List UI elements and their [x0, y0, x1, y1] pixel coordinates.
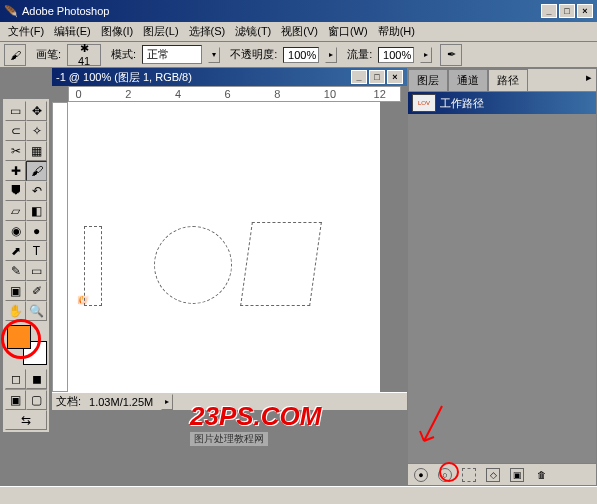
dodge-tool[interactable]: ●	[26, 221, 47, 241]
path-outline	[240, 222, 322, 306]
doc-size-label: 文档:	[56, 394, 81, 409]
canvas-artwork: LOV	[78, 212, 83, 327]
eraser-tool[interactable]: ▱	[5, 201, 26, 221]
airbrush-icon[interactable]: ✒	[440, 44, 462, 66]
options-bar: 🖌 画笔: ✱41 模式: 正常 ▾ 不透明度: 100% ▸ 流量: 100%…	[0, 42, 597, 68]
heal-tool[interactable]: ✚	[5, 161, 26, 181]
stamp-tool[interactable]: ⛊	[5, 181, 26, 201]
tab-channels[interactable]: 通道	[448, 69, 488, 91]
panels: 图层 通道 路径 ▸ LOV 工作路径 ● ○ ◇ ▣ 🗑	[407, 68, 597, 486]
lasso-tool[interactable]: ⊂	[5, 121, 26, 141]
status-menu-arrow[interactable]: ▸	[161, 394, 173, 410]
canvas[interactable]: LOV	[68, 102, 380, 392]
delete-path-icon[interactable]: 🗑	[534, 468, 548, 482]
menu-edit[interactable]: 编辑(E)	[50, 22, 95, 41]
app-status-bar	[0, 486, 597, 504]
toolbox: ▭✥ ⊂✧ ✂▦ ✚🖌 ⛊↶ ▱◧ ◉● ⬈T ✎▭ ▣✐ ✋🔍 ◻◼ ▣▢ ⇆	[2, 98, 50, 433]
color-swatches[interactable]	[7, 325, 47, 365]
tab-layers[interactable]: 图层	[408, 69, 448, 91]
mode-arrow-icon[interactable]: ▾	[208, 47, 220, 63]
crop-tool[interactable]: ✂	[5, 141, 26, 161]
eyedropper-tool[interactable]: ✐	[26, 281, 47, 301]
document-area: -1 @ 100% (图层 1, RGB/8) _ □ × 024681012 …	[0, 68, 407, 486]
mode-label: 模式:	[111, 47, 136, 62]
blur-tool[interactable]: ◉	[5, 221, 26, 241]
current-tool-icon[interactable]: 🖌	[4, 44, 26, 66]
path-item-work[interactable]: LOV 工作路径	[408, 92, 596, 114]
jump-to-imageready[interactable]: ⇆	[5, 410, 47, 430]
wand-tool[interactable]: ✧	[26, 121, 47, 141]
paths-panel-body[interactable]: LOV 工作路径	[408, 92, 596, 463]
path-outline	[154, 226, 232, 304]
doc-size-value: 1.03M/1.25M	[89, 396, 153, 408]
path-thumbnail: LOV	[412, 94, 436, 112]
menu-select[interactable]: 选择(S)	[185, 22, 230, 41]
zoom-tool[interactable]: 🔍	[26, 301, 47, 321]
path-name: 工作路径	[440, 96, 484, 111]
doc-restore-button[interactable]: □	[369, 70, 385, 84]
app-title: Adobe Photoshop	[22, 5, 109, 17]
doc-minimize-button[interactable]: _	[351, 70, 367, 84]
foreground-color[interactable]	[7, 325, 31, 349]
new-path-icon[interactable]: ▣	[510, 468, 524, 482]
document-title: -1 @ 100% (图层 1, RGB/8)	[56, 70, 192, 85]
path-select-tool[interactable]: ⬈	[5, 241, 26, 261]
panel-menu-icon[interactable]: ▸	[582, 69, 596, 91]
menu-help[interactable]: 帮助(H)	[374, 22, 419, 41]
hand-tool[interactable]: ✋	[5, 301, 26, 321]
menu-window[interactable]: 窗口(W)	[324, 22, 372, 41]
marquee-tool[interactable]: ▭	[5, 101, 26, 121]
ruler-vertical	[52, 102, 68, 392]
brush-preset-picker[interactable]: ✱41	[67, 44, 101, 66]
fill-path-icon[interactable]: ●	[414, 468, 428, 482]
stroke-path-icon[interactable]: ○	[438, 468, 452, 482]
quickmask-on[interactable]: ◼	[26, 369, 47, 389]
opacity-arrow-icon[interactable]: ▸	[325, 47, 337, 63]
screen-standard[interactable]: ▣	[5, 390, 26, 410]
brush-tool[interactable]: 🖌	[26, 161, 47, 181]
watermark: 23PS.COM 图片处理教程网	[190, 401, 322, 446]
menu-file[interactable]: 文件(F)	[4, 22, 48, 41]
shape-tool[interactable]: ▭	[26, 261, 47, 281]
opacity-label: 不透明度:	[230, 47, 277, 62]
close-button[interactable]: ×	[577, 4, 593, 18]
opacity-input[interactable]: 100%	[283, 47, 319, 63]
gradient-tool[interactable]: ◧	[26, 201, 47, 221]
move-tool[interactable]: ✥	[26, 101, 47, 121]
screen-full[interactable]: ▢	[26, 390, 47, 410]
make-workpath-icon[interactable]: ◇	[486, 468, 500, 482]
menu-image[interactable]: 图像(I)	[97, 22, 137, 41]
doc-close-button[interactable]: ×	[387, 70, 403, 84]
slice-tool[interactable]: ▦	[26, 141, 47, 161]
minimize-button[interactable]: _	[541, 4, 557, 18]
blend-mode-select[interactable]: 正常	[142, 45, 202, 64]
load-selection-icon[interactable]	[462, 468, 476, 482]
menu-filter[interactable]: 滤镜(T)	[231, 22, 275, 41]
flow-label: 流量:	[347, 47, 372, 62]
title-bar: 🪶 Adobe Photoshop _ □ ×	[0, 0, 597, 22]
type-tool[interactable]: T	[26, 241, 47, 261]
flow-input[interactable]: 100%	[378, 47, 414, 63]
menu-layer[interactable]: 图层(L)	[139, 22, 182, 41]
menu-view[interactable]: 视图(V)	[277, 22, 322, 41]
brush-label: 画笔:	[36, 47, 61, 62]
restore-button[interactable]: □	[559, 4, 575, 18]
menu-bar: 文件(F) 编辑(E) 图像(I) 图层(L) 选择(S) 滤镜(T) 视图(V…	[0, 22, 597, 42]
paths-panel-footer: ● ○ ◇ ▣ 🗑	[408, 463, 596, 485]
document-title-bar: -1 @ 100% (图层 1, RGB/8) _ □ ×	[52, 68, 407, 86]
pen-tool[interactable]: ✎	[5, 261, 26, 281]
workspace: ▭✥ ⊂✧ ✂▦ ✚🖌 ⛊↶ ▱◧ ◉● ⬈T ✎▭ ▣✐ ✋🔍 ◻◼ ▣▢ ⇆…	[0, 68, 597, 486]
tab-paths[interactable]: 路径	[488, 69, 528, 91]
quickmask-off[interactable]: ◻	[5, 369, 26, 389]
ruler-horizontal: 024681012	[68, 86, 401, 102]
app-icon: 🪶	[4, 5, 18, 18]
flow-arrow-icon[interactable]: ▸	[420, 47, 432, 63]
path-outline	[84, 226, 102, 306]
history-brush-tool[interactable]: ↶	[26, 181, 47, 201]
notes-tool[interactable]: ▣	[5, 281, 26, 301]
